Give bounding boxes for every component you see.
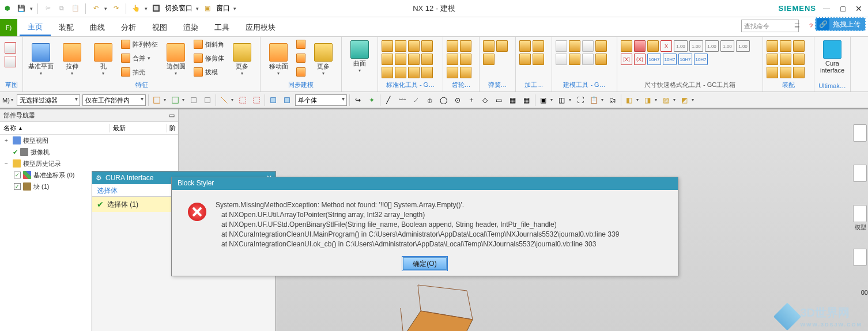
std-icon[interactable] xyxy=(421,40,433,52)
move-face-button[interactable]: 移动面▾ xyxy=(264,41,293,76)
gear-icon[interactable] xyxy=(460,54,471,65)
chamfer-button[interactable]: 倒斜角 xyxy=(193,38,225,51)
group-model-label[interactable]: 建模工具 - G… xyxy=(556,81,613,90)
more-feature-button[interactable]: 更多▾ xyxy=(228,41,256,76)
thumb-file-icon[interactable] xyxy=(853,124,867,142)
std-icon[interactable] xyxy=(382,67,393,78)
edge-blend-button[interactable]: 边倒圆▾ xyxy=(161,41,190,76)
gear-icon[interactable] xyxy=(447,67,458,78)
group-spring-label[interactable]: 弹簧… xyxy=(483,81,512,90)
window-icon[interactable]: ▣ xyxy=(202,3,213,14)
mach-icon[interactable] xyxy=(519,40,531,52)
sel-icon[interactable] xyxy=(237,94,248,106)
tab-assembly[interactable]: 装配 xyxy=(51,19,82,36)
mach-icon[interactable] xyxy=(533,54,544,65)
datum-plane-button[interactable]: 基准平面▾ xyxy=(27,41,55,76)
group-sync-label[interactable]: 同步建模 xyxy=(264,81,338,90)
view-icon[interactable]: 🗂 xyxy=(607,94,618,106)
tree-camera[interactable]: ✔摄像机 xyxy=(0,146,178,158)
mt-icon[interactable] xyxy=(556,54,567,65)
asm-icon[interactable] xyxy=(780,54,791,65)
curve-icon[interactable]: ▭ xyxy=(493,94,505,106)
view-icon[interactable]: ⛶ xyxy=(575,94,586,106)
sel-icon[interactable] xyxy=(188,94,199,106)
dim-100-icon[interactable]: 1.00 xyxy=(689,40,703,52)
asm-icon[interactable] xyxy=(767,54,778,65)
tab-curve[interactable]: 曲线 xyxy=(82,19,113,36)
sel-icon[interactable] xyxy=(151,94,163,106)
tab-render[interactable]: 渲染 xyxy=(175,19,206,36)
sketch-line-icon[interactable] xyxy=(3,55,19,68)
group-mach-label[interactable]: 加工… xyxy=(519,81,548,90)
dim-100-icon[interactable]: 1.00 xyxy=(705,40,719,52)
std-icon[interactable] xyxy=(395,40,406,52)
group-asm-label[interactable]: 装配 xyxy=(767,81,810,90)
tab-app-modules[interactable]: 应用模块 xyxy=(237,19,284,36)
cube-icon[interactable] xyxy=(267,94,279,106)
curve-icon[interactable]: ⟋ xyxy=(410,94,422,106)
sel-icon[interactable] xyxy=(169,94,181,106)
mt-icon[interactable] xyxy=(582,40,594,52)
curve-icon[interactable]: ▦ xyxy=(507,94,519,106)
group-sketch-label[interactable]: 草图 xyxy=(3,81,19,90)
menu-m-label[interactable]: M) xyxy=(2,97,10,104)
group-feature-label[interactable]: 特征 xyxy=(27,81,256,90)
dim-10h7-icon[interactable]: 10H7 xyxy=(678,54,692,65)
paste-icon[interactable]: 📋 xyxy=(70,3,81,14)
gear-icon[interactable] xyxy=(447,40,458,52)
std-icon[interactable] xyxy=(408,67,420,78)
search-command-input[interactable]: 查找命令 xyxy=(741,20,799,32)
window-label[interactable]: 窗口 xyxy=(216,3,230,13)
thumb-file-icon[interactable] xyxy=(853,249,867,266)
std-icon[interactable] xyxy=(395,54,406,65)
surface-button[interactable]: 曲面▾ xyxy=(345,38,374,73)
curve-icon[interactable]: ▦ xyxy=(521,94,533,106)
thumb-file-icon[interactable] xyxy=(853,165,867,182)
redo-icon[interactable]: ↷ xyxy=(111,3,121,14)
switch-window-label[interactable]: 切换窗口 xyxy=(165,3,193,13)
pattern-feature-button[interactable]: 阵列特征 xyxy=(120,38,159,51)
group-cura-label[interactable]: Ultimak… xyxy=(818,82,847,90)
curve-icon[interactable]: ＋ xyxy=(466,94,477,106)
spring-icon[interactable] xyxy=(496,40,508,52)
col-latest[interactable]: 最新 xyxy=(113,124,126,131)
spring-icon[interactable] xyxy=(483,40,495,52)
sel-icon[interactable] xyxy=(251,94,262,106)
switch-window-icon[interactable]: 🔲 xyxy=(151,3,161,14)
undo-icon[interactable]: ↶ xyxy=(90,3,101,14)
sync-tool-2[interactable] xyxy=(295,52,307,64)
asm-icon[interactable] xyxy=(793,40,805,52)
dim-x-icon[interactable]: X xyxy=(661,40,672,52)
curve-icon[interactable]: ◯ xyxy=(438,94,450,106)
gear-icon[interactable] xyxy=(447,54,458,65)
dim-100-icon[interactable]: 1.00 xyxy=(674,40,688,52)
mach-icon[interactable] xyxy=(533,40,544,52)
tab-analysis[interactable]: 分析 xyxy=(113,19,144,36)
asm-icon[interactable] xyxy=(780,67,791,78)
asm-icon[interactable] xyxy=(793,67,805,78)
std-icon[interactable] xyxy=(421,54,433,65)
mt-icon[interactable] xyxy=(569,40,580,52)
dim-10h7-icon[interactable]: 10H7 xyxy=(694,54,708,65)
mt-icon[interactable] xyxy=(556,40,567,52)
dim-x-icon[interactable]: [X] xyxy=(621,54,632,65)
spring-icon[interactable] xyxy=(483,54,495,65)
render-icon[interactable]: ▨ xyxy=(661,94,672,106)
curve-icon[interactable]: ◇ xyxy=(480,94,491,106)
thumb-file-icon[interactable] xyxy=(853,205,867,222)
shell-button[interactable]: 抽壳 xyxy=(120,66,159,78)
std-icon[interactable] xyxy=(408,54,420,65)
extrude-button[interactable]: 拉伸▾ xyxy=(58,41,86,76)
view-icon[interactable]: 📋 xyxy=(588,94,600,106)
asm-icon[interactable] xyxy=(767,67,778,78)
dim-icon[interactable] xyxy=(621,40,632,52)
navigator-close-icon[interactable]: ▭ xyxy=(169,112,175,119)
col-name[interactable]: 名称 xyxy=(3,124,16,131)
render-icon[interactable]: ◧ xyxy=(624,94,635,106)
upload-drop-badge[interactable]: 🔗 拖拽上传 xyxy=(815,17,866,31)
menu-expand-icon[interactable]: ☰ xyxy=(792,21,802,31)
cura-interface-button[interactable]: Cura interface xyxy=(818,38,847,74)
draft-button[interactable]: 拔模 xyxy=(193,66,225,78)
std-icon[interactable] xyxy=(395,67,406,78)
tab-tools[interactable]: 工具 xyxy=(206,19,237,36)
